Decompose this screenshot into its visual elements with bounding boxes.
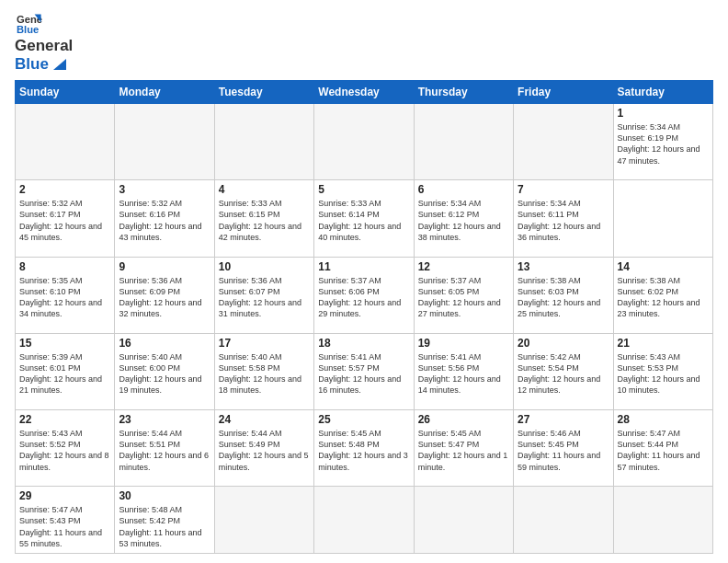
day-number: 8 xyxy=(19,260,110,273)
day-number: 6 xyxy=(418,183,509,196)
weekday-header-wednesday: Wednesday xyxy=(314,81,414,104)
calendar-cell-empty xyxy=(613,487,712,554)
calendar-cell-30: 30 Sunrise: 5:48 AMSunset: 5:42 PMDaylig… xyxy=(115,487,214,554)
day-number: 1 xyxy=(618,107,709,120)
day-number: 4 xyxy=(219,183,310,196)
cell-info: Sunrise: 5:43 AMSunset: 5:52 PMDaylight:… xyxy=(19,428,110,473)
calendar-cell-empty xyxy=(314,487,414,554)
cell-info: Sunrise: 5:34 AMSunset: 6:11 PMDaylight:… xyxy=(518,198,609,243)
cell-info: Sunrise: 5:33 AMSunset: 6:14 PMDaylight:… xyxy=(318,198,409,243)
calendar-cell-5: 5 Sunrise: 5:33 AMSunset: 6:14 PMDayligh… xyxy=(314,180,414,257)
calendar-cell-24: 24 Sunrise: 5:44 AMSunset: 5:49 PMDaylig… xyxy=(214,410,313,487)
cell-info: Sunrise: 5:38 AMSunset: 6:02 PMDaylight:… xyxy=(618,275,709,320)
day-number: 14 xyxy=(618,260,709,273)
day-number: 21 xyxy=(618,337,709,350)
day-number: 10 xyxy=(219,260,310,273)
day-number: 20 xyxy=(518,337,609,350)
cell-info: Sunrise: 5:47 AMSunset: 5:44 PMDaylight:… xyxy=(618,428,709,473)
logo-general: General xyxy=(15,37,73,55)
weekday-header-sunday: Sunday xyxy=(16,81,115,104)
cell-info: Sunrise: 5:45 AMSunset: 5:48 PMDaylight:… xyxy=(318,428,409,473)
calendar-cell-25: 25 Sunrise: 5:45 AMSunset: 5:48 PMDaylig… xyxy=(314,410,414,487)
day-number: 29 xyxy=(19,489,110,502)
calendar-cell-empty xyxy=(414,487,513,554)
cell-info: Sunrise: 5:35 AMSunset: 6:10 PMDaylight:… xyxy=(19,275,110,320)
logo-icon: General Blue xyxy=(17,11,42,37)
cell-info: Sunrise: 5:47 AMSunset: 5:43 PMDaylight:… xyxy=(19,504,110,549)
weekday-header-monday: Monday xyxy=(115,81,214,104)
calendar-cell-empty xyxy=(514,104,613,180)
day-number: 9 xyxy=(119,260,210,273)
day-number: 17 xyxy=(219,337,310,350)
calendar-cell-23: 23 Sunrise: 5:44 AMSunset: 5:51 PMDaylig… xyxy=(115,410,214,487)
calendar-cell-3: 3 Sunrise: 5:32 AMSunset: 6:16 PMDayligh… xyxy=(115,180,214,257)
weekday-header-row: SundayMondayTuesdayWednesdayThursdayFrid… xyxy=(16,81,713,104)
calendar-cell-19: 19 Sunrise: 5:41 AMSunset: 5:56 PMDaylig… xyxy=(414,333,513,409)
day-number: 30 xyxy=(119,489,210,502)
svg-text:Blue: Blue xyxy=(17,24,39,35)
cell-info: Sunrise: 5:36 AMSunset: 6:07 PMDaylight:… xyxy=(219,275,310,320)
cell-info: Sunrise: 5:42 AMSunset: 5:54 PMDaylight:… xyxy=(518,351,609,396)
cell-info: Sunrise: 5:40 AMSunset: 5:58 PMDaylight:… xyxy=(219,351,310,396)
day-number: 24 xyxy=(219,413,310,426)
calendar-cell-1: 1 Sunrise: 5:34 AMSunset: 6:19 PMDayligh… xyxy=(613,104,712,180)
page: General Blue General Blue xyxy=(0,0,728,563)
cell-info: Sunrise: 5:33 AMSunset: 6:15 PMDaylight:… xyxy=(219,198,310,243)
calendar-cell-27: 27 Sunrise: 5:46 AMSunset: 5:45 PMDaylig… xyxy=(514,410,613,487)
calendar-cell-empty xyxy=(414,104,513,180)
cell-info: Sunrise: 5:46 AMSunset: 5:45 PMDaylight:… xyxy=(518,428,609,473)
week-row-6: 29 Sunrise: 5:47 AMSunset: 5:43 PMDaylig… xyxy=(16,487,713,554)
calendar-cell-2: 2 Sunrise: 5:32 AMSunset: 6:17 PMDayligh… xyxy=(16,180,115,257)
day-number: 19 xyxy=(418,337,509,350)
header: General Blue General Blue xyxy=(15,11,713,73)
day-number: 26 xyxy=(418,413,509,426)
day-number: 2 xyxy=(19,183,110,196)
calendar-cell-empty xyxy=(214,104,313,180)
day-number: 7 xyxy=(518,183,609,196)
calendar-cell-empty xyxy=(214,487,313,554)
calendar-cell-26: 26 Sunrise: 5:45 AMSunset: 5:47 PMDaylig… xyxy=(414,410,513,487)
calendar-cell-11: 11 Sunrise: 5:37 AMSunset: 6:06 PMDaylig… xyxy=(314,257,414,333)
calendar-cell-10: 10 Sunrise: 5:36 AMSunset: 6:07 PMDaylig… xyxy=(214,257,313,333)
day-number: 11 xyxy=(318,260,409,273)
logo: General Blue General Blue xyxy=(15,11,73,73)
calendar-cell-empty xyxy=(514,487,613,554)
cell-info: Sunrise: 5:37 AMSunset: 6:05 PMDaylight:… xyxy=(418,275,509,320)
calendar-cell-29: 29 Sunrise: 5:47 AMSunset: 5:43 PMDaylig… xyxy=(16,487,115,554)
day-number: 12 xyxy=(418,260,509,273)
week-row-4: 15 Sunrise: 5:39 AMSunset: 6:01 PMDaylig… xyxy=(16,333,713,409)
calendar-cell-8: 8 Sunrise: 5:35 AMSunset: 6:10 PMDayligh… xyxy=(16,257,115,333)
day-number: 5 xyxy=(318,183,409,196)
week-row-2: 2 Sunrise: 5:32 AMSunset: 6:17 PMDayligh… xyxy=(16,180,713,257)
calendar-cell-empty xyxy=(16,104,115,180)
cell-info: Sunrise: 5:41 AMSunset: 5:57 PMDaylight:… xyxy=(318,351,409,396)
weekday-header-tuesday: Tuesday xyxy=(214,81,313,104)
weekday-header-friday: Friday xyxy=(514,81,613,104)
cell-info: Sunrise: 5:48 AMSunset: 5:42 PMDaylight:… xyxy=(119,504,210,549)
calendar-cell-14: 14 Sunrise: 5:38 AMSunset: 6:02 PMDaylig… xyxy=(613,257,712,333)
cell-info: Sunrise: 5:43 AMSunset: 5:53 PMDaylight:… xyxy=(618,351,709,396)
calendar-cell-7: 7 Sunrise: 5:34 AMSunset: 6:11 PMDayligh… xyxy=(514,180,613,257)
cell-info: Sunrise: 5:34 AMSunset: 6:12 PMDaylight:… xyxy=(418,198,509,243)
day-number: 23 xyxy=(119,413,210,426)
day-number: 28 xyxy=(618,413,709,426)
calendar-cell-22: 22 Sunrise: 5:43 AMSunset: 5:52 PMDaylig… xyxy=(16,410,115,487)
calendar-cell-13: 13 Sunrise: 5:38 AMSunset: 6:03 PMDaylig… xyxy=(514,257,613,333)
calendar-cell-empty xyxy=(115,104,214,180)
day-number: 15 xyxy=(19,337,110,350)
cell-info: Sunrise: 5:32 AMSunset: 6:16 PMDaylight:… xyxy=(119,198,210,243)
day-number: 18 xyxy=(318,337,409,350)
calendar-cell-6: 6 Sunrise: 5:34 AMSunset: 6:12 PMDayligh… xyxy=(414,180,513,257)
cell-info: Sunrise: 5:37 AMSunset: 6:06 PMDaylight:… xyxy=(318,275,409,320)
calendar-cell-empty xyxy=(314,104,414,180)
cell-info: Sunrise: 5:44 AMSunset: 5:49 PMDaylight:… xyxy=(219,428,310,473)
calendar-cell-17: 17 Sunrise: 5:40 AMSunset: 5:58 PMDaylig… xyxy=(214,333,313,409)
day-number: 16 xyxy=(119,337,210,350)
cell-info: Sunrise: 5:36 AMSunset: 6:09 PMDaylight:… xyxy=(119,275,210,320)
calendar-cell-16: 16 Sunrise: 5:40 AMSunset: 6:00 PMDaylig… xyxy=(115,333,214,409)
week-row-3: 8 Sunrise: 5:35 AMSunset: 6:10 PMDayligh… xyxy=(16,257,713,333)
cell-info: Sunrise: 5:39 AMSunset: 6:01 PMDaylight:… xyxy=(19,351,110,396)
week-row-5: 22 Sunrise: 5:43 AMSunset: 5:52 PMDaylig… xyxy=(16,410,713,487)
svg-marker-3 xyxy=(53,59,66,70)
calendar-cell-28: 28 Sunrise: 5:47 AMSunset: 5:44 PMDaylig… xyxy=(613,410,712,487)
